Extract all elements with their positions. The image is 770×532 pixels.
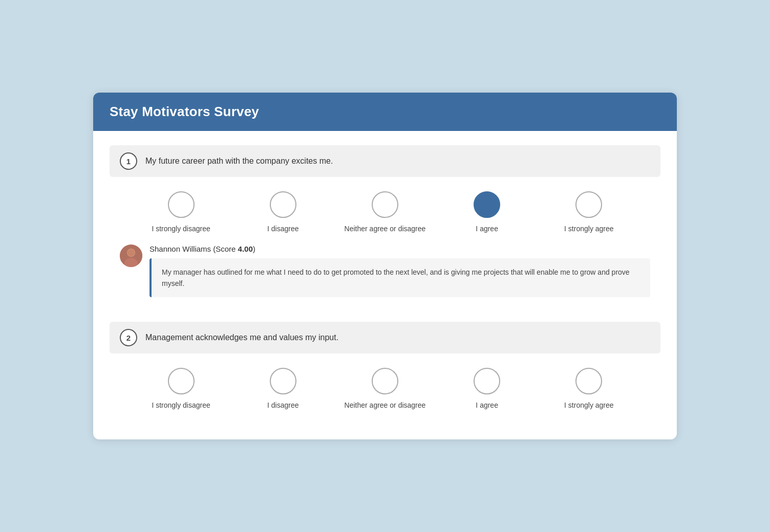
option-label-2-1: I strongly disagree [152, 401, 210, 411]
question-block-2: 2 Management acknowledges me and values … [110, 322, 660, 421]
option-1-1[interactable]: I strongly disagree [140, 191, 222, 234]
question-text-1: My future career path with the company e… [145, 157, 333, 166]
option-2-5[interactable]: I strongly agree [548, 368, 630, 411]
option-2-4[interactable]: I agree [446, 368, 528, 411]
question-number-1: 1 [120, 152, 137, 170]
feedback-section-1: Shannon Williams (Score 4.00) My manager… [110, 245, 660, 306]
option-label-1-5: I strongly agree [564, 224, 614, 234]
option-1-4[interactable]: I agree [446, 191, 528, 234]
avatar-img-1 [120, 245, 142, 267]
radio-circle-2-5[interactable] [575, 368, 602, 394]
radio-circle-1-1[interactable] [168, 191, 195, 218]
survey-card: Stay Motivators Survey 1 My future caree… [93, 93, 677, 439]
feedback-quote-1: My manager has outlined for me what I ne… [149, 258, 650, 298]
question-header-1: 1 My future career path with the company… [110, 145, 660, 177]
question-number-2: 2 [120, 329, 137, 346]
question-header-2: 2 Management acknowledges me and values … [110, 322, 660, 353]
option-label-2-3: Neither agree or disagree [345, 401, 426, 411]
radio-circle-2-3[interactable] [372, 368, 398, 394]
feedback-person-name: Shannon Williams (Score [149, 245, 238, 253]
svg-point-3 [127, 249, 135, 256]
radio-circle-1-3[interactable] [372, 191, 398, 218]
question-text-2: Management acknowledges me and values my… [145, 333, 338, 342]
option-label-1-3: Neither agree or disagree [345, 224, 426, 234]
question-block-1: 1 My future career path with the company… [110, 145, 660, 305]
option-2-1[interactable]: I strongly disagree [140, 368, 222, 411]
radio-circle-1-4[interactable] [474, 191, 500, 218]
option-2-2[interactable]: I disagree [242, 368, 324, 411]
feedback-score: 4.00 [238, 245, 253, 253]
feedback-name-1: Shannon Williams (Score 4.00) [149, 245, 650, 253]
option-label-2-4: I agree [476, 401, 498, 411]
options-row-1: I strongly disagree I disagree Neither a… [110, 177, 660, 245]
options-row-2: I strongly disagree I disagree Neither a… [110, 353, 660, 421]
survey-body: 1 My future career path with the company… [93, 131, 677, 439]
feedback-content-1: Shannon Williams (Score 4.00) My manager… [149, 245, 650, 298]
option-1-2[interactable]: I disagree [242, 191, 324, 234]
option-2-3[interactable]: Neither agree or disagree [344, 368, 426, 411]
option-label-2-5: I strongly agree [564, 401, 614, 411]
avatar-1 [120, 245, 142, 267]
radio-circle-2-4[interactable] [474, 368, 500, 394]
option-1-5[interactable]: I strongly agree [548, 191, 630, 234]
option-label-1-2: I disagree [267, 224, 298, 234]
radio-circle-1-5[interactable] [575, 191, 602, 218]
radio-circle-1-2[interactable] [270, 191, 296, 218]
radio-circle-2-1[interactable] [168, 368, 195, 394]
option-label-1-4: I agree [476, 224, 498, 234]
survey-title: Stay Motivators Survey [110, 104, 660, 120]
option-label-1-1: I strongly disagree [152, 224, 210, 234]
feedback-score-suffix: ) [253, 245, 255, 253]
option-label-2-2: I disagree [267, 401, 298, 411]
survey-header: Stay Motivators Survey [93, 93, 677, 131]
option-1-3[interactable]: Neither agree or disagree [344, 191, 426, 234]
radio-circle-2-2[interactable] [270, 368, 296, 394]
